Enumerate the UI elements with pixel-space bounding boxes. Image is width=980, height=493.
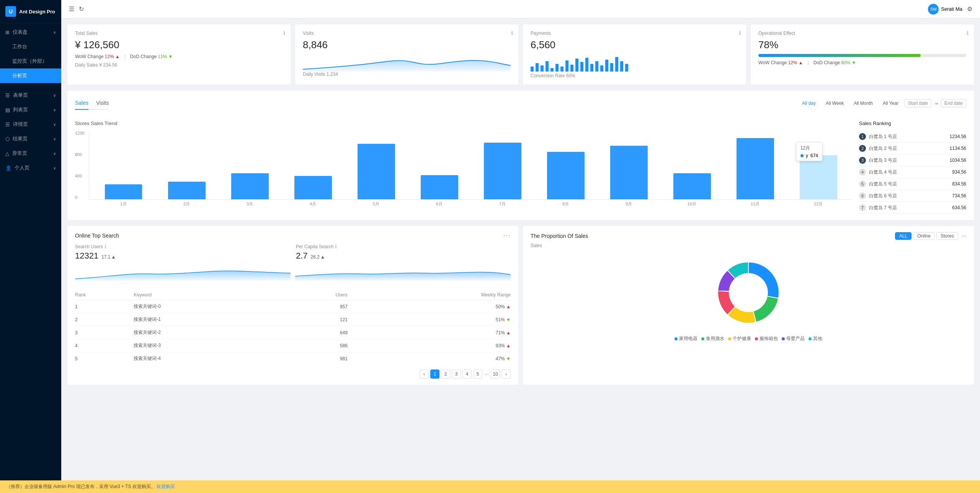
legend-item: 食用酒水	[701, 335, 724, 342]
bottom-notice-link[interactable]: 欢迎购买	[157, 484, 175, 489]
stat-value-operational: 78%	[758, 39, 966, 51]
payment-bar	[555, 64, 559, 72]
bar-group	[155, 182, 218, 199]
bar-group	[282, 176, 344, 199]
prop-btn-online[interactable]: Online	[913, 232, 935, 240]
sidebar-item-workbench[interactable]: 工作台	[0, 39, 61, 54]
stat-footer-operational: WoW Change 12% ▲ | DoD Change 80% ▼	[758, 60, 966, 65]
col-weekly[interactable]: Weekly Range	[348, 290, 511, 300]
bar[interactable]	[547, 152, 585, 199]
col-keyword: Keyword	[134, 290, 282, 300]
table-row: 4 搜索关键词-3 586 93% ▲	[75, 339, 511, 352]
list-icon: ▤	[5, 107, 10, 113]
prop-btn-stores[interactable]: Stores	[936, 232, 958, 240]
bar[interactable]	[673, 173, 711, 199]
stat-info-icon-sales[interactable]: ℹ	[283, 30, 285, 36]
proportion-more[interactable]: ···	[961, 233, 966, 239]
bar[interactable]	[737, 138, 774, 199]
search-users-sparkline	[75, 265, 291, 281]
legend-item: 家用电器	[675, 335, 697, 342]
sidebar-item-detail[interactable]: ☰详情页 ∨	[0, 117, 61, 132]
stat-info-icon-visits[interactable]: ℹ	[511, 30, 513, 36]
menu-toggle-icon[interactable]: ☰	[69, 5, 74, 13]
sidebar-item-list[interactable]: ▤列表页 ∨	[0, 103, 61, 117]
online-search-more[interactable]: ···	[503, 232, 511, 239]
page-3[interactable]: 3	[452, 369, 461, 379]
bar[interactable]	[484, 143, 521, 199]
bar[interactable]	[610, 146, 648, 199]
page-5[interactable]: 5	[473, 369, 482, 379]
logo-text: Ant Design Pro	[19, 9, 55, 15]
date-filter: All day All Week All Month All Year Star…	[798, 99, 966, 107]
sidebar-item-personal[interactable]: 👤个人页 ∨	[0, 161, 61, 175]
tab-visits[interactable]: Visits	[96, 97, 109, 110]
stat-info-icon-operational[interactable]: ℹ	[967, 30, 969, 36]
page-4[interactable]: 4	[462, 369, 472, 379]
sidebar-item-exceptions[interactable]: △异常页 ∨	[0, 146, 61, 161]
cell-keyword: 搜索关键词-1	[134, 313, 282, 326]
cell-weekly: 47% ▼	[348, 352, 511, 365]
sidebar-item-results[interactable]: ⬡结果页 ∨	[0, 132, 61, 146]
payment-bar	[600, 65, 603, 72]
filter-allday[interactable]: All day	[798, 99, 820, 107]
bar[interactable]	[294, 176, 332, 199]
filter-allmonth[interactable]: All Month	[850, 99, 877, 107]
payment-bar	[605, 60, 608, 72]
x-axis-label: 5月	[345, 201, 408, 207]
bar-group	[535, 152, 597, 199]
payment-bar	[570, 65, 573, 72]
page-next[interactable]: ›	[501, 369, 511, 379]
page-prev[interactable]: ‹	[420, 369, 429, 379]
visits-sparkline	[303, 54, 511, 72]
filter-allyear[interactable]: All Year	[879, 99, 902, 107]
ranking-item: 6白鹭岛 6 号店734.56	[859, 190, 966, 202]
rank-value: 634.56	[952, 205, 966, 210]
sidebar-item-dashboard[interactable]: ⊞ 仪表盘 ∧	[0, 25, 61, 39]
rank-name: 白鹭岛 1 号店	[869, 133, 897, 140]
stat-wow-operational: WoW Change 12% ▲	[758, 60, 803, 65]
user-menu[interactable]: SM Serati Ma	[928, 4, 962, 15]
header: ☰ ↻ SM Serati Ma ⚙	[61, 0, 980, 18]
main-area: ☰ ↻ SM Serati Ma ⚙ Total Sales ℹ ¥ 126,5…	[61, 0, 980, 493]
sidebar-item-analysis[interactable]: 分析页	[0, 68, 61, 83]
personal-icon: 👤	[5, 165, 11, 171]
page-2[interactable]: 2	[441, 369, 450, 379]
forms-icon: ☰	[5, 93, 10, 98]
page-10[interactable]: 10	[491, 369, 500, 379]
legend-item: 母婴产品	[782, 335, 805, 342]
stat-info-icon-payments[interactable]: ℹ	[739, 30, 741, 36]
bar[interactable]	[105, 184, 142, 199]
sidebar-item-forms[interactable]: ☰表单页 ∨	[0, 88, 61, 103]
chart-tooltip: 12月 y 674	[796, 142, 822, 161]
sidebar-divider-1	[0, 86, 61, 86]
prop-btn-all[interactable]: ALL	[895, 232, 911, 240]
legend-label: 家用电器	[679, 335, 697, 342]
tab-sales[interactable]: Sales	[75, 97, 88, 110]
per-capita-label: Per Capita Search ℹ	[296, 244, 511, 249]
bar[interactable]	[800, 155, 837, 199]
date-start-input[interactable]: Start date	[905, 99, 931, 107]
rank-name: 白鹭岛 5 号店	[869, 181, 897, 187]
exceptions-icon: △	[5, 151, 9, 156]
bar[interactable]	[421, 175, 458, 199]
search-users-info-icon[interactable]: ℹ	[105, 244, 106, 249]
ranking-list: 1白鹭岛 1 号店1234.562白鹭岛 2 号店1134.563白鹭岛 3 号…	[859, 131, 966, 214]
date-end-input[interactable]: End date	[941, 99, 966, 107]
sidebar-item-monitor[interactable]: 监控页（外部）	[0, 54, 61, 68]
cell-users: 121	[282, 313, 348, 326]
x-axis-label: 3月	[218, 201, 281, 207]
table-row: 2 搜索关键词-1 121 51% ▼	[75, 313, 511, 326]
bar[interactable]	[358, 144, 395, 199]
bar[interactable]	[168, 182, 206, 199]
bar[interactable]	[231, 173, 269, 199]
rank-value: 834.56	[952, 181, 966, 187]
page-1[interactable]: 1	[430, 369, 439, 379]
stat-card-operational: Operational Effect ℹ 78% WoW Change 12% …	[751, 24, 974, 85]
payments-barchart	[531, 54, 738, 72]
bar-group	[661, 173, 724, 199]
per-capita-info-icon[interactable]: ℹ	[335, 244, 337, 249]
refresh-icon[interactable]: ↻	[79, 5, 84, 13]
analysis-card: Sales Visits All day All Week All Month …	[67, 91, 974, 220]
filter-allweek[interactable]: All Week	[822, 99, 848, 107]
settings-icon[interactable]: ⚙	[967, 5, 972, 13]
